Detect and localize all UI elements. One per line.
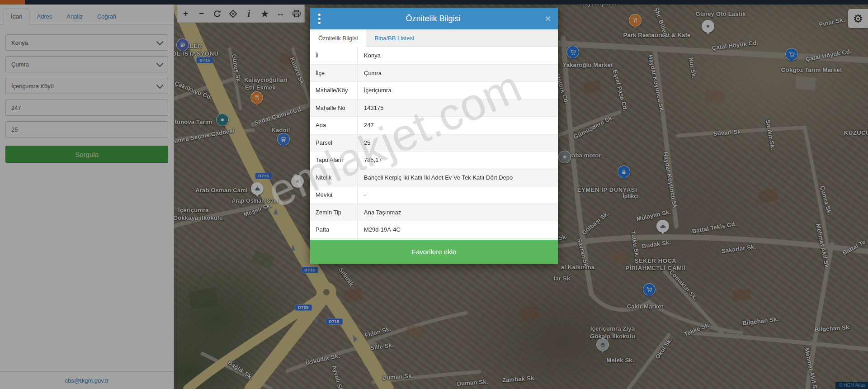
map-label: Etli Ekmek	[245, 84, 276, 91]
attribute-value: Ana Taşınmaz	[358, 204, 558, 221]
attribute-label: Mahalle No	[310, 100, 358, 117]
cart-map-marker[interactable]	[566, 46, 579, 58]
province-select-value: Konya	[11, 39, 28, 46]
map-label: Yakaroğlu Market	[563, 62, 613, 68]
attribute-label: Ada	[310, 117, 358, 134]
attribute-row: Zemin TipAna Taşınmaz	[310, 204, 558, 222]
bus-map-marker[interactable]	[277, 133, 290, 146]
map-toolbar: +−i★↔	[177, 5, 305, 23]
attribute-row: Mahalle No143175	[310, 100, 558, 117]
ada-input[interactable]	[5, 100, 168, 116]
road-shield: D705	[295, 304, 312, 311]
gear-icon: ⚙	[853, 13, 863, 24]
cart-map-marker[interactable]	[785, 48, 798, 61]
attribute-label: Zemin Tip	[310, 204, 358, 221]
attribute-row: Tapu Alanı785,17	[310, 152, 558, 169]
sidebar-controls: Konya Çumra İçeriçumra Köyü Sorgula	[0, 24, 174, 163]
parsel-input[interactable]	[5, 121, 168, 138]
attribute-row: Mahalle/Köyİçeriçumra	[310, 82, 558, 100]
measure-icon[interactable]: ↔	[274, 7, 288, 20]
refresh-icon[interactable]	[211, 7, 224, 20]
map-label: EYMEN İP DÜNYASI	[577, 186, 637, 193]
map-label: Melek Sk.	[606, 357, 634, 364]
center-icon[interactable]	[226, 7, 240, 20]
top-strip	[0, 0, 868, 5]
sidebar-tab-i̇dari[interactable]: İdari	[4, 9, 29, 24]
map-label: Arap Osman Cami	[231, 198, 280, 204]
mosque-map-marker[interactable]	[251, 182, 264, 195]
modal-tab[interactable]: Bina/BB Listesi	[366, 29, 422, 47]
query-button[interactable]: Sorgula	[5, 146, 168, 163]
food-map-marker[interactable]	[250, 91, 263, 104]
map-label: Gökkaya ilkokulu	[174, 214, 223, 221]
attribute-label: Pafta	[310, 221, 358, 238]
mosque-map-marker[interactable]	[656, 220, 669, 232]
attribute-row: NitelikBahçeli Kerpiç İki Katlı İki Adet…	[310, 169, 558, 187]
attribute-row: Parsel25	[310, 134, 558, 152]
info-icon[interactable]: i	[242, 7, 256, 20]
map-label: İçeriçumra	[178, 207, 209, 213]
attribute-label: Nitelik	[310, 169, 358, 186]
food-map-marker[interactable]	[629, 14, 642, 27]
zoom-in-icon[interactable]: +	[179, 7, 193, 20]
attribute-label: Mahalle/Köy	[310, 82, 358, 99]
map-attribution: © HGM Atlas	[835, 382, 868, 389]
attribute-value: 143175	[358, 100, 558, 117]
attribute-value: 25	[358, 134, 558, 152]
sidebar-footer: cbs@tkgm.gov.tr	[0, 371, 174, 389]
sidebar-tab-coğrafi[interactable]: Coğrafi	[90, 9, 123, 24]
attribute-value: Konya	[358, 47, 558, 64]
chevron-down-icon	[156, 60, 164, 67]
top-strip-accent	[0, 0, 25, 5]
modal-title: Öznitelik Bilgisi	[328, 14, 538, 24]
sidebar-tab-adres[interactable]: Adres	[29, 9, 59, 24]
map-label: ŞEKER HOCA	[635, 257, 677, 264]
cart-map-marker[interactable]	[643, 283, 656, 296]
attribute-value: 247	[358, 117, 558, 134]
attribute-row: İlçeÇumra	[310, 65, 558, 82]
attribute-row: Mevkii-	[310, 186, 558, 204]
dot-map-marker[interactable]	[291, 175, 304, 188]
neighborhood-select[interactable]: İçeriçumra Köyü	[5, 78, 168, 94]
pin-map-marker[interactable]	[702, 20, 714, 33]
sidebar-tabs: İdariAdresAnalizCoğrafi	[0, 5, 174, 24]
road-shield: D715	[196, 57, 213, 63]
school-map-marker[interactable]	[596, 338, 609, 351]
print-icon[interactable]	[290, 7, 303, 20]
map-label: KUZUCU	[844, 129, 868, 136]
zoom-out-icon[interactable]: −	[195, 7, 208, 20]
favorites-icon[interactable]: ★	[258, 7, 272, 20]
map-label: PİRİAHMETLİ CAMİİ	[625, 265, 686, 271]
attribute-row: PaftaM29d-19A-4C	[310, 221, 558, 239]
attribution-text: © HGM Atlas	[839, 383, 865, 388]
district-select-value: Çumra	[11, 61, 29, 68]
province-select[interactable]: Konya	[5, 34, 168, 51]
map-label: Güney Oto Lastik	[696, 10, 746, 17]
close-icon[interactable]: ×	[538, 13, 558, 24]
sidebar-tab-analiz[interactable]: Analiz	[59, 9, 90, 24]
attribute-value: 785,17	[358, 152, 558, 169]
attribute-value: M29d-19A-4C	[358, 221, 558, 238]
neighborhood-select-value: İçeriçumra Köyü	[11, 83, 54, 90]
attribute-table: İlKonyaİlçeÇumraMahalle/KöyİçeriçumraMah…	[310, 47, 558, 240]
add-favorite-button[interactable]: Favorilere ekle	[310, 240, 558, 264]
dot-map-marker[interactable]	[216, 114, 229, 126]
modal-tabs: Öznitelik BilgisiBina/BB Listesi	[310, 29, 558, 47]
district-select[interactable]: Çumra	[5, 56, 168, 72]
road-shield: D715	[301, 267, 318, 273]
dot-map-marker[interactable]	[558, 151, 571, 163]
contact-link[interactable]: cbs@tkgm.gov.tr	[65, 377, 109, 384]
road-shield: D715	[255, 173, 272, 179]
kebab-menu-icon[interactable]	[310, 14, 328, 24]
map-label: Gökalp İlkokulu	[590, 333, 635, 340]
fuel-map-marker[interactable]	[176, 38, 189, 51]
attribute-label: İlçe	[310, 65, 358, 82]
attribute-label: İl	[310, 47, 358, 64]
attribute-row: İlKonya	[310, 47, 558, 65]
settings-button[interactable]: ⚙	[848, 9, 868, 28]
sidebar: İdariAdresAnalizCoğrafi Konya Çumra İçer…	[0, 5, 174, 389]
attribute-label: Tapu Alanı	[310, 152, 358, 169]
attribute-value: -	[358, 186, 558, 204]
lock-map-marker[interactable]	[618, 166, 630, 178]
modal-tab[interactable]: Öznitelik Bilgisi	[310, 29, 366, 47]
